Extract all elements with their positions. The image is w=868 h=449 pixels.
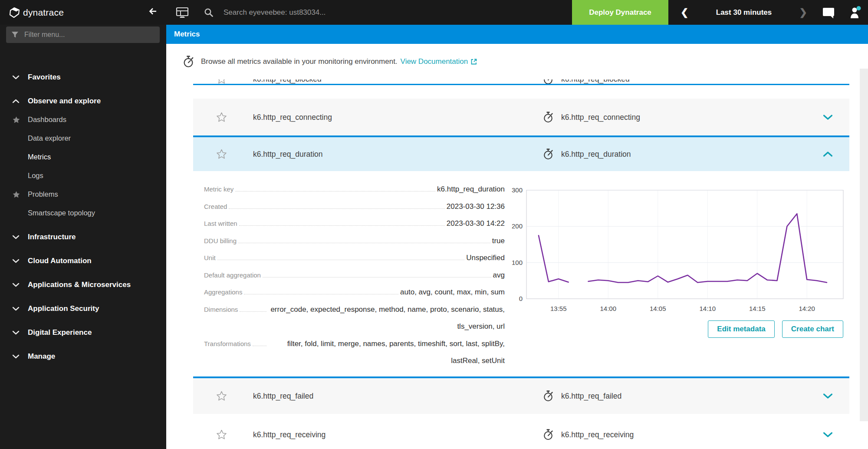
metric-row[interactable]: k6.http_req_blockedk6.http_req_blocked — [193, 79, 849, 85]
filter-menu-placeholder: Filter menu... — [24, 31, 65, 39]
metadata-row: Default aggregationavg — [204, 267, 505, 284]
sidebar-item-cloud-automation[interactable]: Cloud Automation — [0, 251, 166, 270]
filter-menu-input[interactable]: Filter menu... — [6, 26, 160, 43]
chevron-up-icon[interactable] — [823, 152, 833, 157]
metadata-row: UnitUnspecified — [204, 249, 505, 267]
metadata-row: Created2023-03-30 12:36 — [204, 198, 505, 215]
sidebar-item-label: Applications & Microservices — [28, 281, 131, 289]
sidebar-item-label: Metrics — [28, 153, 51, 161]
svg-text:14:10: 14:10 — [699, 305, 716, 312]
sidebar-item-applications-microservices[interactable]: Applications & Microservices — [0, 275, 166, 294]
sidebar-item-label: Dashboards — [28, 116, 66, 124]
metadata-label: Default aggregation — [204, 267, 261, 284]
sidebar-item-favorites[interactable]: Favorites — [0, 68, 166, 86]
stopwatch-icon — [542, 390, 554, 402]
favorite-star-icon[interactable] — [216, 112, 227, 122]
chevron-down-icon[interactable] — [823, 114, 833, 120]
metric-display-name: k6.http_req_duration — [561, 150, 631, 159]
scrollbar-gutter[interactable] — [860, 69, 868, 421]
sidebar-item-logs[interactable]: Logs — [0, 166, 166, 185]
sidebar-item-label: Smartscape topology — [28, 209, 95, 217]
sidebar-item-dashboards[interactable]: Dashboards — [0, 110, 166, 129]
svg-text:14:15: 14:15 — [749, 305, 766, 312]
metadata-row: Dimensionserror_code, expected_response,… — [204, 301, 505, 335]
metric-key: k6.http_req_failed — [253, 392, 313, 401]
svg-text:14:00: 14:00 — [600, 305, 617, 312]
metric-display-name: k6.http_req_failed — [561, 392, 621, 401]
sidebar-item-problems[interactable]: Problems — [0, 185, 166, 204]
chevron-down-icon — [12, 307, 21, 311]
external-link-icon — [470, 58, 478, 66]
metric-chart: 010020030013:5514:0014:0514:1014:1514:20 — [506, 186, 845, 316]
stopwatch-icon — [542, 148, 554, 160]
create-chart-button[interactable]: Create chart — [782, 320, 843, 338]
dotted-leader — [238, 243, 490, 243]
chevron-down-icon — [12, 330, 21, 335]
sidebar-item-label: Data explorer — [28, 134, 71, 142]
metric-display-name: k6.http_req_blocked — [561, 79, 630, 83]
chevron-down-icon — [12, 259, 21, 263]
sidebar-item-label: Application Security — [28, 304, 99, 313]
dotted-leader — [240, 311, 266, 312]
metric-key: k6.http_req_receiving — [253, 430, 326, 439]
chevron-down-icon[interactable] — [823, 393, 833, 399]
line-chart-svg: 010020030013:5514:0014:0514:1014:1514:20 — [506, 186, 845, 316]
star-icon — [12, 191, 21, 198]
sidebar-item-observe-and-explore[interactable]: Observe and explore — [0, 92, 166, 110]
favorite-star-icon[interactable] — [216, 149, 227, 159]
sidebar-item-label: Logs — [28, 172, 43, 180]
chevron-down-icon — [12, 75, 21, 79]
svg-text:100: 100 — [512, 259, 523, 266]
metadata-label: Transformations — [204, 335, 251, 353]
sidebar-item-label: Manage — [28, 352, 55, 361]
metadata-label: Dimensions — [204, 301, 238, 318]
sidebar-item-manage[interactable]: Manage — [0, 347, 166, 366]
favorite-star-icon[interactable] — [216, 391, 227, 401]
metadata-value: avg — [493, 267, 505, 284]
metadata-row: Aggregationsauto, avg, count, max, min, … — [204, 284, 505, 301]
sidebar-item-smartscape-topology[interactable]: Smartscape topology — [0, 204, 166, 222]
sidebar-item-infrastructure[interactable]: Infrastructure — [0, 228, 166, 246]
chevron-up-icon — [12, 99, 21, 103]
metadata-value: 2023-03-30 12:36 — [447, 198, 505, 215]
sidebar: dynatrace Filter menu... FavoritesObserv… — [0, 0, 166, 449]
favorite-star-icon — [216, 79, 227, 84]
sidebar-item-application-security[interactable]: Application Security — [0, 299, 166, 318]
svg-text:14:20: 14:20 — [799, 305, 815, 312]
metadata-row: Last written2023-03-30 14:22 — [204, 215, 505, 232]
collapse-sidebar-arrow-icon[interactable] — [148, 7, 158, 17]
environment-monitor-icon[interactable] — [176, 7, 189, 19]
dotted-leader — [244, 294, 398, 294]
dynatrace-logo-icon — [9, 7, 20, 18]
metric-row-k6-http-req-connecting[interactable]: k6.http_req_connectingk6.http_req_connec… — [193, 99, 849, 135]
metadata-value: Unspecified — [466, 249, 505, 267]
sidebar-item-data-explorer[interactable]: Data explorer — [0, 129, 166, 148]
dynatrace-app-window: dynatrace Filter menu... FavoritesObserv… — [0, 0, 868, 449]
metric-row-k6-http-req-duration[interactable]: k6.http_req_durationk6.http_req_duration — [193, 135, 849, 171]
sidebar-item-metrics[interactable]: Metrics — [0, 148, 166, 166]
dotted-leader — [229, 208, 444, 209]
favorite-star-icon[interactable] — [216, 429, 227, 440]
metadata-label: Aggregations — [204, 284, 242, 301]
sidebar-item-label: Observe and explore — [28, 97, 101, 106]
metadata-row: Transformationsfilter, fold, limit, merg… — [204, 335, 505, 370]
stopwatch-icon — [542, 79, 554, 85]
star-icon — [12, 116, 21, 124]
metric-row-k6-http-req-failed[interactable]: k6.http_req_failedk6.http_req_failed — [193, 378, 849, 414]
sidebar-item-label: Problems — [28, 190, 58, 198]
stopwatch-icon — [182, 55, 194, 68]
sidebar-item-digital-experience[interactable]: Digital Experience — [0, 323, 166, 342]
metadata-label: DDU billing — [204, 232, 237, 250]
metric-row-k6-http-req-receiving[interactable]: k6.http_req_receivingk6.http_req_receivi… — [193, 414, 849, 449]
metadata-value: error_code, expected_response, method, n… — [268, 301, 505, 335]
metadata-label: Created — [204, 198, 227, 215]
chevron-down-icon — [12, 235, 21, 239]
svg-text:14:05: 14:05 — [650, 305, 666, 312]
metric-detail-panel: Metric keyk6.http_req_durationCreated202… — [193, 171, 849, 378]
metadata-row: Metric keyk6.http_req_duration — [204, 181, 505, 198]
chevron-down-icon[interactable] — [823, 432, 833, 437]
view-documentation-link[interactable]: View Documentation — [401, 57, 468, 66]
edit-metadata-button[interactable]: Edit metadata — [708, 320, 774, 338]
metric-key: k6.http_req_connecting — [253, 112, 332, 122]
user-avatar-icon[interactable] — [849, 6, 863, 19]
